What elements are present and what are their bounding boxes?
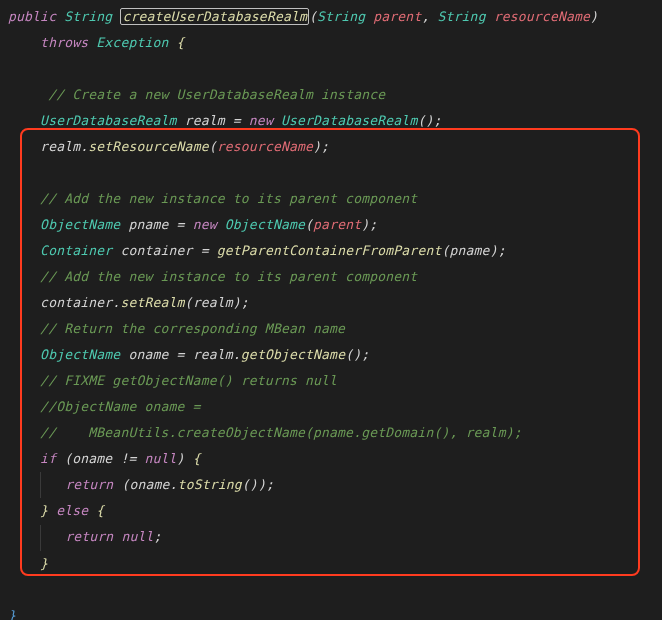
code-line: // Add the new instance to its parent co… — [0, 186, 662, 212]
eq: = — [233, 113, 241, 128]
code-line: // Create a new UserDatabaseRealm instan… — [0, 82, 662, 108]
end: ()); — [242, 477, 274, 492]
type: ObjectName — [40, 347, 120, 362]
arg: pname — [450, 243, 490, 258]
brace: { — [193, 451, 201, 466]
type: String — [317, 9, 365, 24]
dot: . — [170, 477, 178, 492]
code-line: } else { — [0, 498, 662, 524]
var: pname — [128, 217, 168, 232]
ctor: ObjectName — [225, 217, 305, 232]
keyword-if: if — [40, 451, 56, 466]
comment: // Add the new instance to its parent co… — [40, 269, 417, 284]
method-call: toString — [178, 477, 242, 492]
code-line — [0, 577, 662, 603]
comment: // MBeanUtils.createObjectName(pname.get… — [40, 425, 522, 440]
eq: = — [177, 217, 185, 232]
comment: // FIXME getObjectName() returns null — [40, 373, 337, 388]
comment: // Return the corresponding MBean name — [40, 321, 345, 336]
null: null — [121, 529, 153, 544]
brace: { — [177, 35, 185, 50]
var: container — [120, 243, 192, 258]
keyword-return: return — [65, 529, 113, 544]
comment: // Add the new instance to its parent co… — [40, 191, 417, 206]
var: oname — [72, 451, 112, 466]
paren: ( — [441, 243, 449, 258]
code-line — [0, 160, 662, 186]
method-call: setResourceName — [88, 139, 208, 154]
end: ); — [490, 243, 506, 258]
code-line: ObjectName oname = realm.getObjectName()… — [0, 342, 662, 368]
var: realm — [185, 113, 225, 128]
arg: realm — [193, 295, 233, 310]
code-line: } — [0, 603, 662, 620]
keyword-new: new — [249, 113, 273, 128]
op: != — [120, 451, 136, 466]
code-line — [0, 56, 662, 82]
code-line: } — [0, 551, 662, 577]
end: ); — [313, 139, 329, 154]
paren: ) — [590, 9, 598, 24]
null: null — [145, 451, 177, 466]
type-exception: Exception — [96, 35, 168, 50]
code-line: // MBeanUtils.createObjectName(pname.get… — [0, 420, 662, 446]
paren: ) — [177, 451, 185, 466]
method-call: getParentContainerFromParent — [217, 243, 442, 258]
code-line: return null; — [0, 524, 662, 550]
keyword-throws: throws — [40, 35, 88, 50]
code-line: throws Exception { — [0, 30, 662, 56]
eq: = — [201, 243, 209, 258]
code-editor[interactable]: public String createUserDatabaseRealm(St… — [0, 4, 662, 620]
keyword-return: return — [65, 477, 113, 492]
arg: resourceName — [217, 139, 313, 154]
type: Container — [40, 243, 112, 258]
method-call: getObjectName — [241, 347, 345, 362]
brace: { — [96, 503, 104, 518]
var: oname — [128, 347, 168, 362]
method-call: setRealm — [120, 295, 184, 310]
param: parent — [373, 9, 421, 24]
code-line: ObjectName pname = new ObjectName(parent… — [0, 212, 662, 238]
type-string: String — [64, 9, 112, 24]
var: container — [40, 295, 112, 310]
type: UserDatabaseRealm — [40, 113, 176, 128]
end: (); — [417, 113, 441, 128]
arg: parent — [313, 217, 361, 232]
code-line: container.setRealm(realm); — [0, 290, 662, 316]
end: (); — [345, 347, 369, 362]
code-line: //ObjectName oname = — [0, 394, 662, 420]
code-line: // Return the corresponding MBean name — [0, 316, 662, 342]
paren: ( — [185, 295, 193, 310]
code-line: // FIXME getObjectName() returns null — [0, 368, 662, 394]
end: ); — [361, 217, 377, 232]
code-line: if (oname != null) { — [0, 446, 662, 472]
semi: ; — [154, 529, 162, 544]
end: ); — [233, 295, 249, 310]
brace: } — [40, 556, 48, 571]
var: realm — [40, 139, 80, 154]
code-line: realm.setResourceName(resourceName); — [0, 134, 662, 160]
brace: } — [40, 503, 48, 518]
code-line: public String createUserDatabaseRealm(St… — [0, 4, 662, 30]
keyword-else: else — [56, 503, 88, 518]
param: resourceName — [494, 9, 590, 24]
paren: ( — [209, 139, 217, 154]
code-line: // Add the new instance to its parent co… — [0, 264, 662, 290]
comma: , — [421, 9, 429, 24]
comment: // Create a new UserDatabaseRealm instan… — [48, 87, 385, 102]
type: ObjectName — [40, 217, 120, 232]
code-line: Container container = getParentContainer… — [0, 238, 662, 264]
type: String — [438, 9, 486, 24]
brace: } — [8, 608, 16, 620]
keyword-public: public — [8, 9, 56, 24]
code-line: return (oname.toString()); — [0, 472, 662, 498]
code-line: UserDatabaseRealm realm = new UserDataba… — [0, 108, 662, 134]
var: oname — [129, 477, 169, 492]
method-name-highlight[interactable]: createUserDatabaseRealm — [120, 8, 309, 25]
var: realm — [193, 347, 233, 362]
paren: ( — [309, 9, 317, 24]
keyword-new: new — [193, 217, 217, 232]
ctor: UserDatabaseRealm — [281, 113, 417, 128]
dot: . — [233, 347, 241, 362]
paren: ( — [305, 217, 313, 232]
